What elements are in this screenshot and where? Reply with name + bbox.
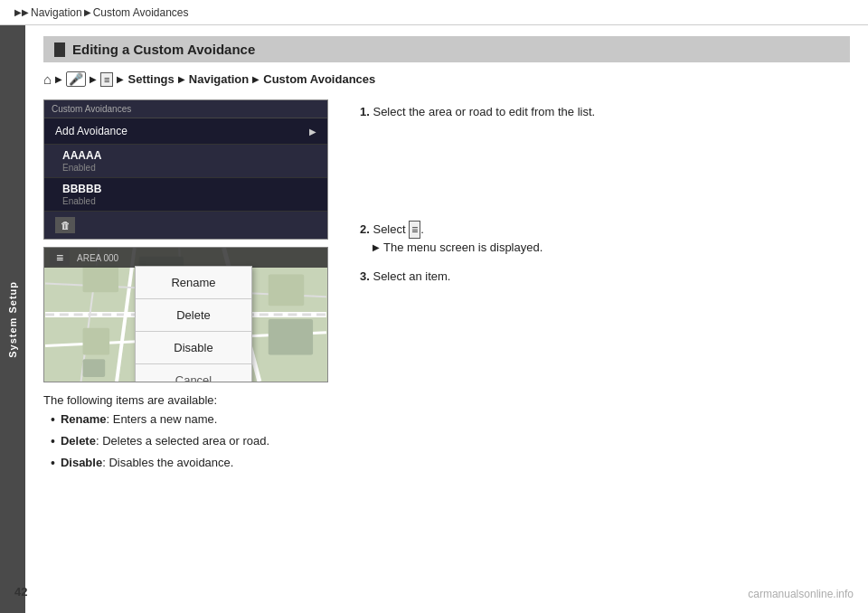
step-3-text: Select an item. (373, 269, 450, 283)
menu-icon-path: ≡ (100, 72, 113, 87)
bullet-rename: • Rename: Enters a new name. (51, 410, 342, 429)
path-navigation: Navigation (189, 72, 249, 86)
section-heading-text: Editing a Custom Avoidance (72, 42, 255, 57)
map-area-label: AREA 000 (77, 253, 118, 263)
step-1: 1. Select the area or road to edit from … (360, 103, 850, 121)
bullet-dot-2: • (51, 432, 55, 451)
path-sep2: ▶ (90, 74, 97, 84)
item-aaaaa-name: AAAAA (62, 149, 101, 162)
path-custom-avoidances: Custom Avoidances (263, 72, 375, 86)
delete-icon-box: 🗑 (44, 212, 327, 239)
path-sep1: ▶ (55, 74, 62, 84)
context-menu: Rename Delete Disable Cancel (135, 266, 252, 382)
following-items-text: The following items are available: (43, 391, 342, 410)
breadcrumb-custom-avoidances: Custom Avoidances (93, 6, 189, 19)
screen-header: Custom Avoidances (44, 100, 327, 118)
step-2-sub: ▶ The menu screen is displayed. (373, 239, 850, 257)
breadcrumb-navigation: Navigation (31, 6, 82, 19)
home-icon: ⌂ (43, 71, 52, 87)
item-bbbbb-sub: Enabled (62, 196, 101, 206)
two-column-layout: Custom Avoidances Add Avoidance ▶ AAAAA … (43, 99, 850, 476)
svg-rect-12 (269, 319, 313, 354)
screenshots-column: Custom Avoidances Add Avoidance ▶ AAAAA … (43, 99, 342, 476)
bullet-dot-3: • (51, 454, 55, 473)
sidebar: System Setup (0, 25, 25, 613)
bullet-list: • Rename: Enters a new name. • Delete: D… (51, 410, 342, 473)
step-2-num: 2. (360, 222, 370, 236)
watermark: carmanualsonline.info (748, 588, 854, 600)
context-disable[interactable]: Disable (136, 332, 251, 364)
bullet-disable-text: Disable: Disables the avoidance. (61, 454, 234, 473)
step-2-triangle: ▶ (373, 240, 380, 254)
context-rename[interactable]: Rename (136, 267, 251, 299)
instructions-column: 1. Select the area or road to edit from … (360, 99, 850, 296)
item-bbbbb-name: BBBBB (62, 183, 101, 195)
step-3: 3. Select an item. (360, 268, 850, 286)
avoidance-item-aaaaa[interactable]: AAAAA Enabled (44, 145, 327, 178)
context-delete[interactable]: Delete (136, 299, 251, 332)
svg-rect-11 (269, 275, 304, 306)
delete-icon[interactable]: 🗑 (55, 217, 75, 233)
step-2: 2. Select ≡. ▶ The menu screen is displa… (360, 221, 850, 257)
map-header-bar: ≡ AREA 000 (44, 248, 327, 268)
step-3-num: 3. (360, 269, 370, 283)
step-1-text: Select the area or road to edit from the… (373, 105, 595, 118)
add-avoidance-arrow: ▶ (309, 127, 316, 137)
path-row: ⌂ ▶ 🎤 ▶ ≡ ▶ Settings ▶ Navigation ▶ Cust… (43, 71, 850, 87)
bullet-delete: • Delete: Deletes a selected area or roa… (51, 432, 342, 451)
page-number: 42 (14, 585, 27, 599)
mic-icon: 🎤 (66, 71, 86, 87)
screen-map: ≡ AREA 000 Rename Delete Disable Cancel (43, 247, 328, 382)
map-menu-icon[interactable]: ≡ (50, 250, 70, 266)
breadcrumb-sep1: ▶ (84, 7, 91, 17)
heading-decoration (54, 42, 65, 57)
step-2-text: Select ≡. (373, 222, 423, 236)
sidebar-label: System Setup (7, 281, 18, 358)
item-aaaaa-sub: Enabled (62, 163, 101, 173)
bullet-delete-text: Delete: Deletes a selected area or road. (61, 432, 269, 451)
main-content: Editing a Custom Avoidance ⌂ ▶ 🎤 ▶ ≡ ▶ S… (25, 25, 868, 613)
step-2-sub-text: The menu screen is displayed. (383, 239, 542, 257)
section-heading: Editing a Custom Avoidance (43, 36, 850, 62)
path-sep3: ▶ (117, 74, 124, 84)
breadcrumb-arrows: ▶▶ (14, 7, 29, 17)
svg-rect-13 (83, 328, 110, 355)
step-1-num: 1. (360, 105, 370, 118)
breadcrumb-bar: ▶▶ Navigation ▶ Custom Avoidances (0, 0, 868, 25)
screen-avoidances-list: Custom Avoidances Add Avoidance ▶ AAAAA … (43, 99, 328, 240)
add-avoidance-item[interactable]: Add Avoidance ▶ (44, 118, 327, 145)
path-sep5: ▶ (252, 74, 259, 84)
avoidance-item-bbbbb[interactable]: BBBBB Enabled (44, 178, 327, 212)
bullet-rename-text: Rename: Enters a new name. (61, 410, 217, 429)
svg-rect-14 (83, 359, 106, 377)
below-text: The following items are available: • Ren… (43, 391, 342, 473)
svg-rect-9 (83, 266, 118, 293)
bullet-disable: • Disable: Disables the avoidance. (51, 454, 342, 473)
path-settings: Settings (127, 72, 174, 86)
context-cancel[interactable]: Cancel (136, 364, 251, 382)
bullet-dot-1: • (51, 410, 55, 429)
add-avoidance-label: Add Avoidance (55, 125, 127, 137)
path-sep4: ▶ (178, 74, 185, 84)
